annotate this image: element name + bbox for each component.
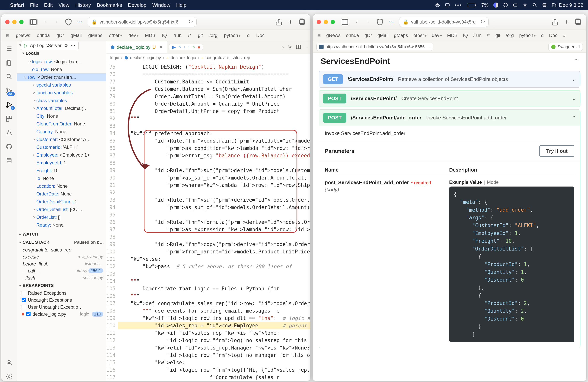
favorite-link[interactable]: MDB xyxy=(447,33,458,38)
callstack-frame[interactable]: _flushsession.py xyxy=(17,275,106,281)
breakpoint-checkbox[interactable] xyxy=(21,305,26,309)
watch-header[interactable]: ▸WATCH xyxy=(17,230,106,238)
run-file-icon[interactable]: ▷ xyxy=(282,45,284,49)
breakpoint-item[interactable]: User Uncaught Exceptio… xyxy=(17,304,106,311)
reload-icon[interactable] xyxy=(481,19,485,25)
swagger-opblock[interactable]: POST/ServicesEndPoint/Create ServicesEnd… xyxy=(319,90,580,107)
favorite-link[interactable]: /run xyxy=(473,33,481,38)
favorite-link[interactable]: gMaps xyxy=(88,33,102,38)
extensions-icon[interactable] xyxy=(5,114,14,123)
account-icon[interactable] xyxy=(5,358,14,367)
favorite-link[interactable]: gDr xyxy=(56,33,64,38)
stage-manager-icon[interactable] xyxy=(513,2,518,8)
favorite-link[interactable]: Doc xyxy=(549,33,557,38)
favorites-overflow-icon[interactable]: » xyxy=(563,33,565,38)
favorites-grid-icon[interactable]: ⊞ xyxy=(317,33,321,38)
more-icon[interactable]: ⋯ xyxy=(304,45,307,49)
menubar-app-name[interactable]: Safari xyxy=(10,2,24,8)
locals-header[interactable]: ▾Locals xyxy=(20,49,106,57)
favorite-link[interactable]: other▾ xyxy=(413,33,426,38)
favorite-link[interactable]: gMaps xyxy=(394,33,408,38)
variable-row[interactable]: >logic_row: <logic_ban… xyxy=(17,58,106,65)
callstack-frame[interactable]: before_flushlistener… xyxy=(17,260,106,267)
ellipsis-icon[interactable]: ⋯ xyxy=(71,43,75,48)
breakpoint-item[interactable]: Raised Exceptions xyxy=(17,290,106,297)
chevron-icon[interactable]: ⌃ xyxy=(572,115,576,121)
variable-row[interactable]: >OrderDetailList: [<Or… xyxy=(17,206,106,213)
breakpoint-checkbox[interactable] xyxy=(21,298,26,302)
desc-tabs[interactable]: Example Value|Model xyxy=(449,180,574,185)
play-icon[interactable]: ▷ xyxy=(24,43,28,48)
breakpoints-header[interactable]: ▾BREAKPOINTS xyxy=(17,281,106,290)
variable-row[interactable]: EmployeeId: 1 xyxy=(17,159,106,167)
editor-tab[interactable]: ⬢ declare_logic.py U ✕ xyxy=(106,41,167,53)
share-icon[interactable] xyxy=(275,18,283,26)
debug-stop-icon[interactable]: ◼ xyxy=(198,45,200,49)
variables-tree[interactable]: >logic_row: <logic_ban…old_row: Nonevrow… xyxy=(17,57,106,230)
breakpoints-list[interactable]: Raised ExceptionsUncaught ExceptionsUser… xyxy=(17,290,106,318)
favorite-link[interactable]: python▾ xyxy=(519,33,536,38)
favorites-grid-icon[interactable]: ⊞ xyxy=(6,33,9,38)
code-editor[interactable]: 7576777879808182838485868788899091929394… xyxy=(106,62,310,381)
debug-restart-icon[interactable]: ↻ xyxy=(192,45,195,49)
favorite-link[interactable]: orinda xyxy=(346,33,359,38)
chevron-up-icon[interactable]: ⌃ xyxy=(574,58,578,65)
browser-tab[interactable]: Swagger UI xyxy=(548,43,583,51)
variable-row[interactable]: >function variables xyxy=(17,89,106,97)
chevron-icon[interactable]: ⌄ xyxy=(572,95,576,102)
tabs-overview-icon[interactable] xyxy=(574,18,582,26)
favorite-link[interactable]: d xyxy=(541,33,544,38)
browser-tab[interactable]: https://valhuber-solid-dollop-vw94x5rq54… xyxy=(316,43,433,51)
favorite-link[interactable]: git xyxy=(198,33,203,38)
nav-back-button[interactable]: ‹ xyxy=(41,18,49,26)
variable-row[interactable]: >class variables xyxy=(17,97,106,105)
variable-row[interactable]: CustomerId: 'ALFKI' xyxy=(17,143,106,151)
favorite-link[interactable]: gDr xyxy=(364,33,372,38)
nav-back-button[interactable]: ‹ xyxy=(353,18,361,26)
screen-mirror-icon[interactable] xyxy=(445,2,450,8)
shield-icon[interactable] xyxy=(376,18,384,26)
control-center-icon[interactable] xyxy=(542,2,547,8)
menubar-item[interactable]: Window xyxy=(152,2,170,8)
variable-row[interactable]: Id: None xyxy=(17,174,106,182)
favorite-link[interactable]: git xyxy=(495,33,500,38)
favorite-link[interactable]: Doc xyxy=(256,33,265,38)
breakpoint-item[interactable]: declare_logic.pylogic110 xyxy=(17,311,106,318)
swagger-opblock[interactable]: GET/ServicesEndPoint/Retrieve a collecti… xyxy=(319,71,580,87)
debug-alt-icon[interactable] xyxy=(287,44,293,50)
favorite-link[interactable]: python▾ xyxy=(224,33,240,38)
favorite-link[interactable]: gMail xyxy=(71,33,82,38)
menubar-item[interactable]: History xyxy=(75,2,91,8)
menubar-item[interactable]: View xyxy=(59,2,69,8)
menubar-clock[interactable]: Fri Dec 9 3:22 xyxy=(552,2,583,8)
menubar-item[interactable]: File xyxy=(30,2,38,8)
favorite-link[interactable]: IQ xyxy=(162,33,167,38)
callstack-header[interactable]: ▾CALL STACK Paused on b… xyxy=(17,238,106,246)
search-icon[interactable] xyxy=(5,72,14,81)
favorite-link[interactable]: /run xyxy=(173,33,181,38)
spotlight-icon[interactable] xyxy=(532,2,537,8)
more-dots-icon[interactable]: ••• xyxy=(76,18,84,26)
nav-forward-button[interactable]: › xyxy=(53,18,61,26)
favorite-link[interactable]: /* xyxy=(188,33,191,38)
settings-gear-icon[interactable] xyxy=(5,372,14,381)
variable-row[interactable]: >special variables xyxy=(17,81,106,89)
db-icon[interactable] xyxy=(5,156,14,165)
close-tab-icon[interactable]: ✕ xyxy=(159,45,163,50)
favorite-link[interactable]: /org xyxy=(210,33,217,38)
favorite-link[interactable]: gNews xyxy=(16,33,30,38)
swagger-section-header[interactable]: ServicesEndPoint ⌃ xyxy=(313,53,586,68)
sidebar-toggle-icon[interactable] xyxy=(341,18,349,26)
menubar-item[interactable]: Bookmarks xyxy=(97,2,122,8)
source-control-icon[interactable]: 309 xyxy=(5,86,14,95)
debug-step-into-icon[interactable]: ↓ xyxy=(184,45,185,49)
favorite-link[interactable]: IQ xyxy=(463,33,468,38)
share-icon[interactable] xyxy=(551,18,559,26)
menubar-item[interactable]: Edit xyxy=(44,2,53,8)
favorite-link[interactable]: other▾ xyxy=(109,33,122,38)
docker-icon[interactable] xyxy=(435,2,440,8)
favorite-link[interactable]: dev▾ xyxy=(432,33,442,38)
breadcrumbs[interactable]: logic› ⬢declare_logic.py› ⟐declare_logic… xyxy=(106,53,310,62)
battery-icon[interactable] xyxy=(467,3,477,7)
run-debug-icon[interactable]: 1 xyxy=(5,100,14,109)
